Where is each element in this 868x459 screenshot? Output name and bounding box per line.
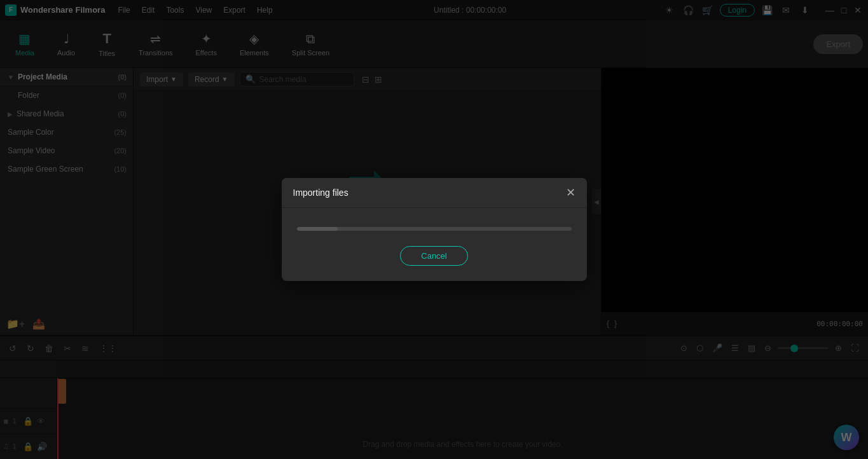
modal-close-button[interactable]: ✕ [566,187,575,198]
importing-dialog: Importing files ✕ Cancel [282,178,587,281]
cancel-button[interactable]: Cancel [400,246,467,266]
modal-body [282,208,587,246]
modal-overlay: Importing files ✕ Cancel [0,0,868,459]
progress-bar-fill [297,227,338,231]
modal-header: Importing files ✕ [282,178,587,208]
progress-bar-bg [297,227,572,231]
modal-footer: Cancel [282,246,587,281]
modal-title: Importing files [293,188,348,198]
